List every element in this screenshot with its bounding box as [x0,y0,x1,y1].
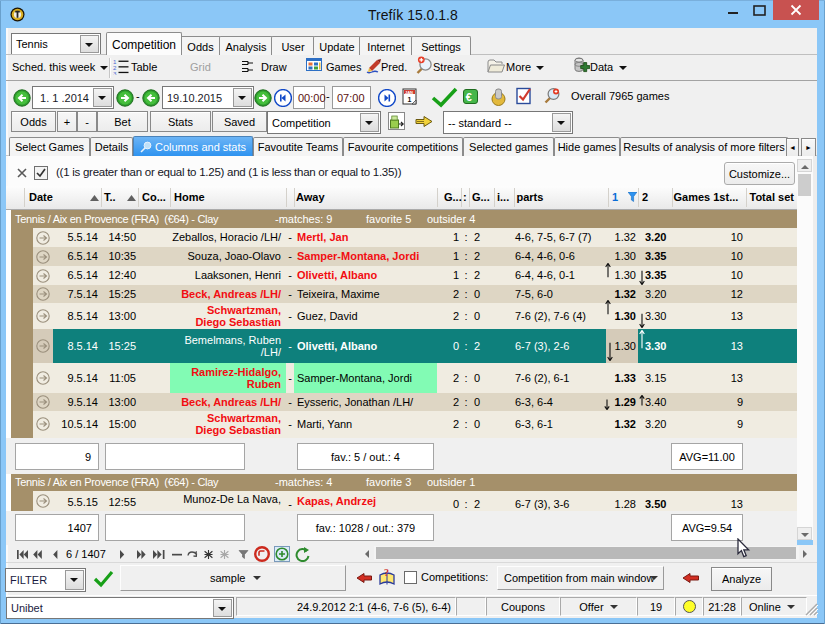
svg-text:1: 1 [408,96,412,103]
svg-text:?: ? [384,567,389,578]
svg-text:JAN: JAN [405,90,413,95]
svg-text:€: € [466,91,472,103]
svg-text:3: 3 [113,70,117,76]
